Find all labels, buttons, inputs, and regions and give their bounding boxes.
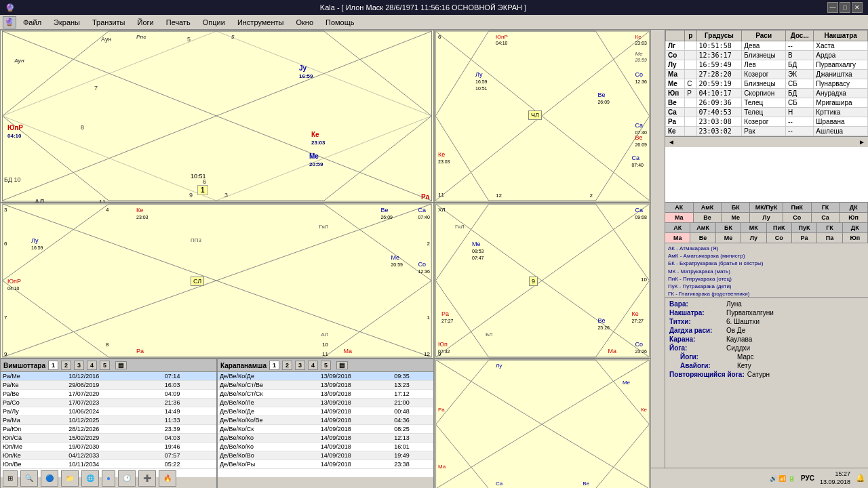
kar-cell: Де/Ве/Ко/Ры (218, 460, 319, 469)
date-display: 13.09.2018 (820, 479, 850, 487)
kar-cell: Де/Ве/Ко/Ст/Ве (218, 381, 319, 390)
kar-cell: 13:23 (392, 381, 433, 390)
menu-print[interactable]: Печать (161, 17, 196, 28)
vim-tab-3[interactable]: 3 (74, 361, 84, 370)
cortana-button[interactable]: 🔵 (41, 470, 58, 487)
menu-window[interactable]: Окно (290, 17, 319, 28)
restore-button[interactable]: □ (840, 2, 850, 13)
planet-cell (685, 127, 696, 136)
kv2-co: Со (767, 233, 792, 243)
repeat-label: Повторяющийся йога: (669, 371, 745, 378)
yoga-value: Сиддхи (726, 344, 750, 352)
language-indicator: РУС (801, 474, 814, 482)
kar-tab-2[interactable]: 2 (282, 361, 292, 370)
main-chart-svg (1, 30, 433, 202)
vim-tab-1[interactable]: 1 (48, 361, 58, 370)
tithi-value: 6. Шаштхи (726, 318, 760, 325)
vimshottara-row: Юп/Ке04/12/203307:57 (1, 451, 216, 460)
kv-ma: Ма (665, 213, 694, 222)
mr-be: Ве25:26 (597, 317, 610, 331)
planet-cell: Са (666, 108, 685, 117)
karaka-header-1: АК АмК БК МК/ПуК ПиК ГК ДК (665, 203, 868, 213)
kh2-gk: ГК (817, 223, 842, 232)
kar-tab-4[interactable]: 4 (308, 361, 318, 370)
karana-value: Каулава (726, 336, 752, 343)
menu-options[interactable]: Опции (197, 17, 231, 28)
karpana-row: Де/Ве/Ко/Ко14/09/201816:01 (218, 443, 433, 451)
notification-icon[interactable]: 🔔 (856, 474, 865, 483)
vim-tab-4[interactable]: 4 (87, 361, 97, 370)
kar-cell: 13/09/2018 (319, 390, 393, 399)
planet-cell: Лу (666, 60, 685, 70)
menu-help[interactable]: Помощь (320, 17, 360, 28)
vimshottara-row: Ра/Ме10/12/201607:14 (1, 372, 216, 381)
ml-h1: 1 (427, 314, 430, 321)
tr-house-2: 2 (590, 192, 593, 199)
vimshottara-row: Ра/Юп28/12/202623:39 (1, 425, 216, 434)
karpana-row: Де/Ве/Ко/Ко/Ве14/09/201804:36 (218, 416, 433, 425)
yogi-label: Йоги: (680, 353, 734, 361)
close-button[interactable]: ✕ (852, 2, 863, 13)
file-explorer-button[interactable]: 📁 (61, 470, 79, 487)
menu-screens[interactable]: Экраны (48, 17, 85, 28)
kv-yup: Юп (840, 213, 868, 222)
legend-5: ПиК - Питрукарака (отец) (668, 275, 865, 283)
karana-label: Карана: (669, 336, 724, 343)
menu-yogis[interactable]: Йоги (132, 17, 159, 28)
br-ve2: Ве (583, 481, 589, 487)
vimshottara-list[interactable]: Ра/Ме10/12/201607:14Ра/Ке29/06/201916:03… (1, 372, 216, 477)
br-ra: Рa (438, 407, 445, 413)
menu-transits[interactable]: Транзиты (87, 17, 131, 28)
kar-tab-1[interactable]: 1 (269, 361, 279, 370)
planet-cell: СБ (786, 79, 814, 89)
vim-cell: 17/07/2020 (66, 390, 163, 399)
yogi-value: Марс (737, 353, 754, 361)
karaka-header-2: АК АмК БК МК ПиК ПуК ГК ДК (665, 223, 868, 233)
minimize-button[interactable]: — (827, 2, 838, 13)
tr-house-6: 6 (438, 34, 441, 40)
search-button[interactable]: 🔍 (20, 470, 38, 487)
start-button[interactable]: ⊞ (3, 470, 18, 487)
vimshottara-row: Юп/Ме19/07/203019:46 (1, 443, 216, 451)
vim-cell: 10/06/2024 (66, 407, 163, 416)
dagdha-label: Дагдха раси: (669, 327, 724, 334)
kh2-pik: ПиК (767, 223, 792, 232)
vim-cell: Юп/Ке (1, 451, 66, 460)
tr-be: Ве26:09 (635, 134, 647, 148)
kar-cell: 14/09/2018 (319, 443, 393, 451)
chrome-button[interactable]: ● (102, 470, 115, 487)
kar-tab-3[interactable]: 3 (295, 361, 305, 370)
kar-cell: Де/Ве/Ко/Ст/Ск (218, 390, 319, 399)
vim-tab-2[interactable]: 2 (61, 361, 71, 370)
clock-icon-taskbar[interactable]: 🕐 (118, 470, 136, 487)
planet-row: Ма27:28:20КозерогЭКДжаништха (666, 70, 868, 79)
vim-tab-5[interactable]: 5 (100, 361, 110, 370)
fire-button[interactable]: 🔥 (159, 470, 176, 487)
planets-table-container: р Градусы Раси Дос... Накшатра Лг10:51:5… (665, 30, 868, 203)
nav-left[interactable]: ◄ (665, 137, 677, 147)
dagdha-value: Ов Де (726, 327, 745, 334)
kv2-lu: Лу (741, 233, 766, 243)
kh2-mk: МК (741, 223, 766, 232)
kh-dk: ДК (840, 203, 868, 212)
kar-cell: 14/09/2018 (319, 416, 393, 425)
kar-tab-5[interactable]: 5 (321, 361, 331, 370)
karpana-list[interactable]: Де/Ве/Ко/Де13/09/201809:35Де/Ве/Ко/Ст/Ве… (218, 372, 433, 477)
karaka-legend: АК - Атмакарака (Я) АмК - Аматьякарака (… (665, 243, 868, 298)
planet-cell: Ке (666, 127, 685, 136)
vim-cell: 07:57 (163, 451, 216, 460)
house-num-5: 5 (187, 36, 191, 43)
house-num-3: 3 (224, 192, 228, 199)
ie-button[interactable]: 🌐 (81, 470, 99, 487)
karakas-section: АК АмК БК МК/ПуК ПиК ГК ДК Ма Ве Ме Лу С… (665, 203, 868, 298)
nav-right[interactable]: ► (856, 137, 868, 147)
menu-file[interactable]: Файл (18, 17, 47, 28)
menu-tools[interactable]: Инструменты (232, 17, 290, 28)
vim-cell: Юп/Ме (1, 443, 66, 451)
planet-row: Ра23:03:08Козерог--Шравана (666, 117, 868, 127)
tr-house-11: 11 (438, 192, 444, 198)
vimshottara-row: Ра/Лу10/06/202414:49 (1, 407, 216, 416)
planet-cell: 10:51:58 (696, 41, 742, 51)
ml-h11: 11 (322, 351, 328, 357)
plus-button[interactable]: ➕ (138, 470, 156, 487)
